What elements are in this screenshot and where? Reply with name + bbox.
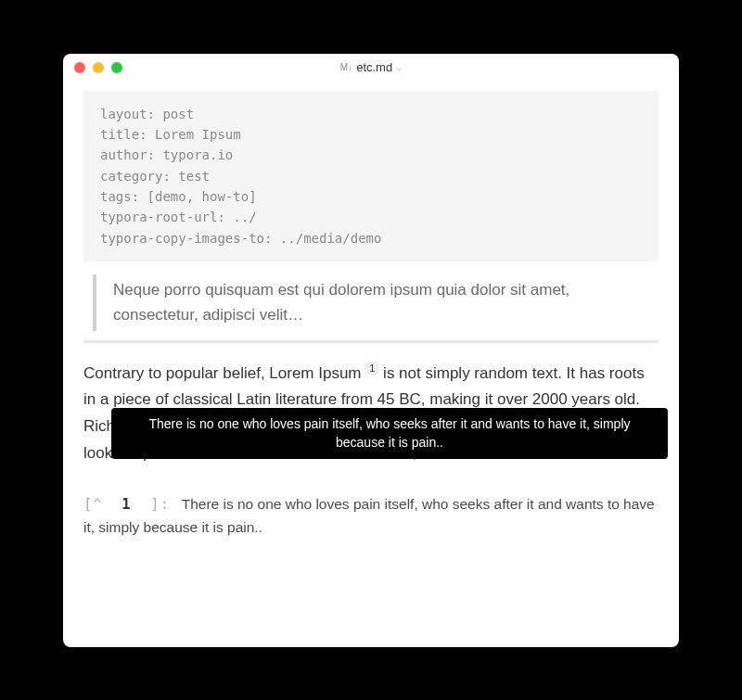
frontmatter-block[interactable]: layout: post title: Lorem Ipsum author: … xyxy=(83,91,659,262)
editor-content[interactable]: layout: post title: Lorem Ipsum author: … xyxy=(63,82,679,647)
blockquote[interactable]: Neque porro quisquam est qui dolorem ips… xyxy=(93,274,659,331)
traffic-lights xyxy=(74,62,122,73)
maximize-button[interactable] xyxy=(111,62,122,73)
footnote-text: There is no one who loves pain itself, w… xyxy=(83,496,655,535)
filename-label: etc.md xyxy=(356,60,392,74)
horizontal-rule xyxy=(83,340,659,343)
footnote-marker-num: 1 xyxy=(122,496,131,513)
footnote-marker: [^ 1 ]: xyxy=(83,496,170,513)
footnote-marker-close: ]: xyxy=(150,496,170,513)
close-button[interactable] xyxy=(74,62,85,73)
minimize-button[interactable] xyxy=(93,62,104,73)
paragraph-text-before: Contrary to popular belief, Lorem Ipsum xyxy=(83,364,365,382)
chevron-down-icon[interactable]: ⌵ xyxy=(396,62,402,72)
editor-window: M↓ etc.md ⌵ layout: post title: Lorem Ip… xyxy=(63,54,679,647)
file-icon: M↓ xyxy=(340,62,352,72)
footnote-reference[interactable]: 1 xyxy=(365,362,378,375)
footnote-marker-open: [^ xyxy=(83,496,103,513)
titlebar[interactable]: M↓ etc.md ⌵ xyxy=(63,54,679,82)
window-title: M↓ etc.md ⌵ xyxy=(63,60,679,74)
footnote-definition[interactable]: [^ 1 ]: There is no one who loves pain i… xyxy=(83,493,659,540)
footnote-tooltip: There is no one who loves pain itself, w… xyxy=(111,408,668,459)
body-paragraph[interactable]: Contrary to popular belief, Lorem Ipsum … xyxy=(83,360,659,467)
